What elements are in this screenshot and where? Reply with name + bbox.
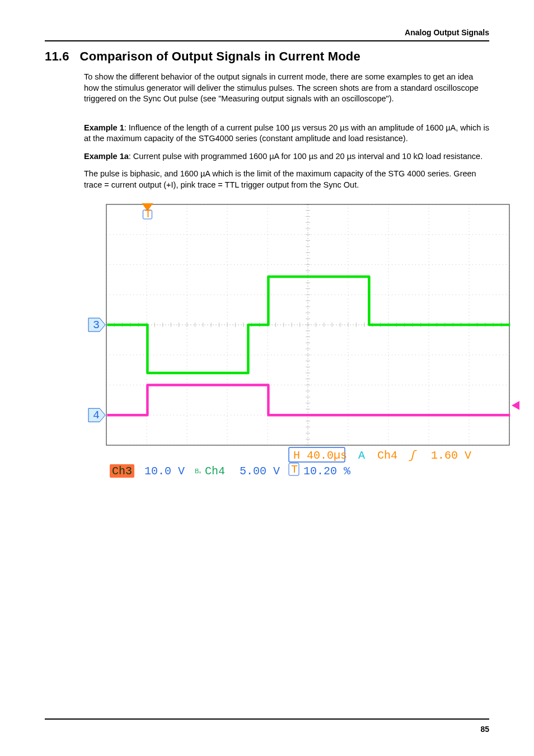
example1-para: Example 1: Influence of the length of a …	[84, 123, 489, 144]
svg-text:1.60 V: 1.60 V	[431, 449, 471, 462]
svg-text:A: A	[358, 449, 365, 462]
example1a-text: : Current pulse with programmed 1600 µA …	[129, 152, 483, 161]
svg-text:5.00 V: 5.00 V	[240, 465, 280, 478]
svg-text:Ch3: Ch3	[112, 465, 132, 478]
body-column: To show the different behavior of the ou…	[84, 72, 489, 494]
page: Analog Output Signals 11.6 Comparison of…	[0, 0, 534, 756]
svg-text:ʃ: ʃ	[409, 449, 417, 462]
example1a-para: Example 1a: Current pulse with programme…	[84, 151, 489, 162]
svg-text:4: 4	[93, 409, 100, 422]
svg-text:Ch4: Ch4	[377, 449, 397, 462]
oscilloscope-svg: 34TCh310.0 VBₓCh45.00 VH 40.0µsACh4ʃ1.60…	[84, 198, 526, 494]
example1-text: : Influence of the length of a current p…	[84, 123, 489, 143]
example1a-desc: The pulse is biphasic, and 1600 µA which…	[84, 169, 489, 190]
svg-text:Bₓ: Bₓ	[195, 468, 202, 474]
section-number: 11.6	[45, 49, 69, 63]
oscilloscope-figure: 34TCh310.0 VBₓCh45.00 VH 40.0µsACh4ʃ1.60…	[84, 198, 489, 494]
section-title: 11.6 Comparison of Output Signals in Cur…	[45, 49, 489, 64]
svg-text:10.0 V: 10.0 V	[144, 465, 185, 478]
footer-rule	[45, 718, 489, 720]
section-heading: Comparison of Output Signals in Current …	[80, 49, 360, 63]
example1a-label: Example 1a	[84, 152, 129, 161]
svg-text:Ch4: Ch4	[205, 465, 225, 478]
running-head: Analog Output Signals	[45, 28, 489, 41]
svg-text:H 40.0µs: H 40.0µs	[293, 449, 347, 462]
page-number: 85	[480, 725, 489, 734]
intro-para: To show the different behavior of the ou…	[84, 72, 489, 105]
svg-text:10.20 %: 10.20 %	[303, 465, 351, 478]
svg-text:T: T	[291, 463, 298, 476]
svg-text:3: 3	[93, 319, 100, 332]
example1-label: Example 1	[84, 123, 124, 132]
svg-text:T: T	[144, 208, 151, 221]
